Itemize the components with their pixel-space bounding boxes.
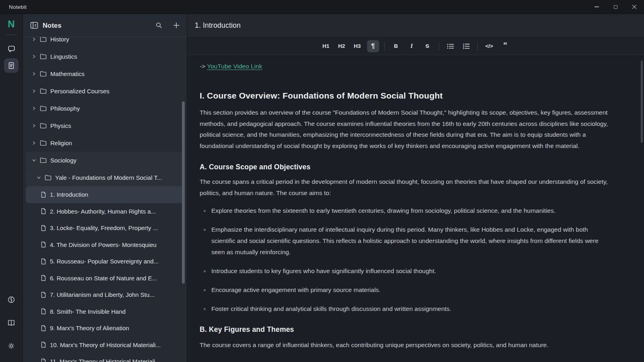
minimize-button[interactable] bbox=[594, 4, 599, 10]
app-shell: N bbox=[0, 14, 644, 362]
tree-row-label: Mathematics bbox=[50, 70, 85, 77]
tree-row[interactable]: 7. Utilitarianism and Liberty, John Stu.… bbox=[26, 286, 184, 303]
tree-row[interactable]: 9. Marx's Theory of Alienation bbox=[26, 320, 184, 337]
file-icon bbox=[41, 292, 46, 298]
main-scrollbar[interactable] bbox=[641, 60, 643, 143]
quote-icon: „ bbox=[503, 44, 508, 48]
sidebar-header: Notes bbox=[23, 14, 187, 37]
arrow-prefix: -> bbox=[200, 63, 207, 70]
tree-row-label: Physics bbox=[50, 122, 71, 129]
tree-row-label: 7. Utilitarianism and Liberty, John Stu.… bbox=[50, 291, 155, 298]
folder-icon bbox=[40, 105, 47, 111]
plus-icon[interactable] bbox=[173, 22, 180, 29]
toolbar-separator bbox=[384, 42, 385, 51]
editor-toolbar: H1 H2 H3 ¶ B I S 1 2 3 bbox=[187, 37, 644, 55]
search-icon[interactable] bbox=[155, 22, 163, 29]
close-icon bbox=[632, 4, 637, 9]
tree-row[interactable]: 1. Introduction bbox=[26, 186, 184, 203]
notes-nav-button[interactable] bbox=[4, 58, 19, 73]
toolbar-code-button[interactable]: </> bbox=[483, 40, 496, 52]
chevron-right-icon bbox=[32, 158, 36, 162]
subsection-a-heading: A. Course Scope and Objectives bbox=[200, 162, 613, 172]
tree-row-label: 11. Marx's Theory of Historical Material… bbox=[50, 358, 155, 362]
ordered-list-icon: 1 2 3 bbox=[462, 43, 470, 49]
toolbar-quote-button[interactable]: „ bbox=[499, 40, 511, 52]
tree-row[interactable]: 4. The Division of Powers- Montesquieu bbox=[26, 237, 184, 253]
chat-icon bbox=[7, 45, 16, 53]
folder-icon bbox=[45, 175, 52, 181]
sidebar-header-actions bbox=[155, 22, 180, 29]
tree-row[interactable]: History bbox=[26, 37, 184, 48]
toolbar-h1-button[interactable]: H1 bbox=[320, 40, 332, 52]
list-item: Introduce students to key figures who ha… bbox=[200, 265, 613, 277]
tree-row[interactable]: Yale - Foundations of Modern Social T... bbox=[26, 169, 184, 186]
file-icon bbox=[41, 208, 46, 214]
link-line: -> YouTube Video Link bbox=[200, 62, 613, 71]
file-icon bbox=[41, 341, 46, 348]
tree-row-label: 4. The Division of Powers- Montesquieu bbox=[50, 241, 157, 248]
tree-row[interactable]: Religion bbox=[26, 134, 184, 152]
list-item: Encourage active engagement with primary… bbox=[200, 284, 613, 296]
folder-icon bbox=[40, 53, 47, 60]
file-icon bbox=[41, 325, 46, 331]
chevron-right-icon bbox=[32, 123, 36, 128]
svg-text:3: 3 bbox=[463, 47, 464, 49]
tree-row-label: Lingustics bbox=[50, 53, 77, 60]
rail-bottom-group bbox=[4, 293, 19, 362]
toolbar-paragraph-button[interactable]: ¶ bbox=[367, 40, 379, 52]
tree-row[interactable]: 10. Marx's Theory of Historical Material… bbox=[26, 337, 184, 354]
library-button[interactable] bbox=[4, 316, 19, 330]
icon-rail: N bbox=[0, 14, 23, 362]
tree-row[interactable]: Lingustics bbox=[26, 48, 184, 65]
brain-icon bbox=[7, 296, 16, 304]
chevron-right-icon bbox=[37, 175, 41, 180]
toolbar-italic-button[interactable]: I bbox=[406, 40, 418, 52]
tree-row-label: 8. Smith- The Invisible Hand bbox=[50, 308, 126, 315]
chat-nav-button[interactable] bbox=[4, 41, 19, 56]
tree-row[interactable]: Philosophy bbox=[26, 100, 184, 117]
editor-content[interactable]: -> YouTube Video Link I. Course Overview… bbox=[187, 55, 644, 362]
tree-list: History Lingustics bbox=[23, 37, 187, 362]
youtube-link[interactable]: YouTube Video Link bbox=[207, 63, 262, 70]
folder-icon bbox=[40, 71, 47, 77]
toolbar-bold-button[interactable]: B bbox=[390, 40, 402, 52]
minimize-icon bbox=[594, 6, 599, 7]
tree-row-label: 5. Rousseau- Popular Sovereignty and... bbox=[50, 258, 159, 265]
tree-row[interactable]: 5. Rousseau- Popular Sovereignty and... bbox=[26, 253, 184, 270]
tree-row[interactable]: 11. Marx's Theory of Historical Material… bbox=[26, 353, 184, 362]
sidebar: Notes bbox=[23, 14, 187, 362]
chevron-right-icon bbox=[32, 54, 36, 59]
toolbar-strikethrough-button[interactable]: S bbox=[421, 40, 433, 52]
subsection-b-heading: B. Key Figures and Themes bbox=[200, 324, 613, 335]
list-item: Emphasize the interdisciplinary nature o… bbox=[200, 224, 613, 258]
tree-row[interactable]: Physics bbox=[26, 117, 184, 134]
toolbar-h2-button[interactable]: H2 bbox=[336, 40, 348, 52]
tree-row[interactable]: 6. Rousseau on State of Nature and E... bbox=[26, 270, 184, 287]
settings-button[interactable] bbox=[4, 339, 19, 353]
subsection-a-paragraph: The course spans a critical period in th… bbox=[200, 176, 613, 198]
tree-row[interactable]: Sociology bbox=[26, 152, 184, 169]
tree-row-label: Religion bbox=[50, 140, 72, 146]
toolbar-bullet-list-button[interactable] bbox=[444, 40, 456, 52]
main-panel: 1. Introduction H1 H2 H3 ¶ B I S 1 2 bbox=[187, 14, 644, 362]
section-heading: I. Course Overview: Foundations of Moder… bbox=[200, 90, 613, 102]
chevron-right-icon bbox=[32, 141, 36, 145]
sidebar-scrollbar[interactable] bbox=[182, 101, 185, 284]
maximize-button[interactable] bbox=[613, 4, 618, 10]
file-icon bbox=[41, 358, 46, 362]
objectives-list: Explore theories from the sixteenth to e… bbox=[200, 205, 613, 315]
close-button[interactable] bbox=[632, 4, 637, 10]
tree-row[interactable]: Personalized Courses bbox=[26, 82, 184, 100]
tree-row[interactable]: 3. Locke- Equality, Freedom, Property ..… bbox=[26, 220, 184, 237]
toolbar-ordered-list-button[interactable]: 1 2 3 bbox=[460, 40, 472, 52]
tree-row-label: 2. Hobbes- Authority, Human Rights a... bbox=[50, 208, 156, 215]
toolbar-h3-button[interactable]: H3 bbox=[351, 40, 363, 52]
app-logo: N bbox=[8, 19, 14, 29]
tree-row[interactable]: 8. Smith- The Invisible Hand bbox=[26, 303, 184, 320]
panel-collapse-icon[interactable] bbox=[30, 22, 38, 29]
tree-row[interactable]: 2. Hobbes- Authority, Human Rights a... bbox=[26, 203, 184, 220]
ai-brain-button[interactable] bbox=[4, 293, 19, 307]
tree-row[interactable]: Mathematics bbox=[26, 65, 184, 82]
tree-row-label: 1. Introduction bbox=[50, 191, 88, 198]
folder-icon bbox=[40, 157, 47, 163]
